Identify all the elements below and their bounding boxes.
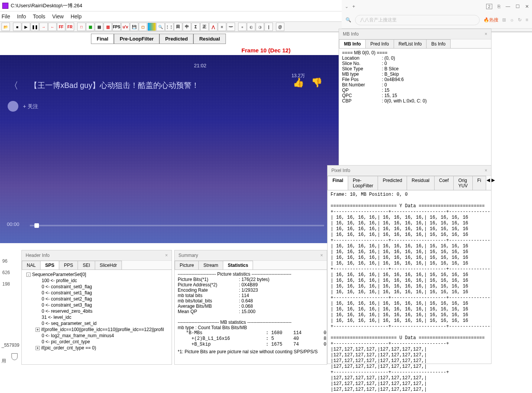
tree-node[interactable]: +if(profile_idc==100||profile_idc==110||…	[25, 326, 169, 333]
tree-node[interactable]: 0 <- reserved_zero_4bits	[25, 308, 169, 314]
tab-picture[interactable]: Picture	[175, 261, 199, 270]
rect-tool[interactable]: □	[77, 23, 86, 31]
tab-sei[interactable]: SEI	[78, 261, 95, 270]
step-back-button[interactable]: ←	[48, 23, 57, 31]
pix-tab-preloop[interactable]: Pre-LoopFilter	[348, 176, 378, 190]
tab-nal[interactable]: NAL	[22, 261, 41, 270]
t3-button[interactable]: 正	[200, 23, 209, 31]
find-button[interactable]: 🔍	[156, 23, 165, 31]
theme-icon[interactable]: ☼	[510, 17, 514, 23]
tab-statistics[interactable]: Statistics	[223, 261, 253, 270]
color-tool[interactable]	[148, 23, 156, 31]
o1-button[interactable]: ●	[238, 23, 247, 31]
at-button[interactable]: @	[276, 23, 284, 31]
pix-tab-residual[interactable]: Residual	[407, 176, 435, 190]
o2-button[interactable]: ◐	[247, 23, 255, 31]
tab-residual[interactable]: Residual	[193, 34, 225, 44]
tree-node[interactable]: 0 <- pic_order_cnt_type	[25, 339, 169, 345]
tab-reflist[interactable]: RefList Info	[394, 39, 427, 48]
o3-button[interactable]: ◑	[256, 23, 264, 31]
pix-tab-origyuv[interactable]: Orig YUV	[453, 176, 473, 190]
tab-bsinfo[interactable]: Bs Info	[426, 39, 450, 48]
sigma-button[interactable]: Σ	[191, 23, 200, 31]
grid-tool[interactable]: ▦	[86, 23, 94, 31]
uv-button[interactable]: u'v	[121, 23, 130, 31]
progress-bar[interactable]	[30, 225, 324, 226]
tree-node[interactable]: 0 <- constraint_set2_flag	[25, 296, 169, 302]
fps-button[interactable]: FPS	[112, 23, 121, 31]
grid2-tool[interactable]: ▤	[95, 23, 103, 31]
tab-predinfo[interactable]: Pred Info	[365, 39, 394, 48]
stop-button[interactable]: ■	[13, 23, 21, 31]
ff-button[interactable]: FF	[57, 23, 65, 31]
progress-handle[interactable]	[34, 223, 39, 228]
close-icon[interactable]: ×	[320, 253, 323, 258]
tree-node[interactable]: 0 <- constraint_set3_flag	[25, 302, 169, 308]
tree-node[interactable]: 0 <- log2_max_frame_num_minus4	[25, 333, 169, 339]
dots-button[interactable]: ⋮⋮	[165, 23, 174, 31]
save-button[interactable]: 💾	[130, 23, 138, 31]
thumb-down-icon[interactable]: 👎	[311, 77, 323, 88]
scroll-left-icon[interactable]: ◀	[486, 176, 491, 190]
hot-search[interactable]: 🔥热搜	[483, 17, 498, 23]
tree-node[interactable]: 0 <- constraint_set1_flag	[25, 290, 169, 296]
menu-icon[interactable]: ≡	[526, 17, 528, 23]
thumb-up-icon[interactable]: 👍	[293, 77, 304, 88]
back-icon[interactable]: 〈	[9, 80, 18, 92]
close-icon[interactable]: ×	[485, 168, 487, 173]
bars-button[interactable]: ≡	[218, 23, 226, 31]
play-button[interactable]: ▶	[22, 23, 30, 31]
scroll-right-icon[interactable]: ▶	[491, 176, 496, 190]
pix-tab-coef[interactable]: Coef	[434, 176, 454, 190]
tab-slicehdr[interactable]: SliceHdr	[95, 261, 122, 270]
pix-tab-final[interactable]: Final	[328, 176, 348, 190]
video-frame[interactable]: 21:02 〈 【王一博xBad guy】心动狙击！酷盖的心动预警！ 13.2万…	[0, 55, 340, 243]
tree-node[interactable]: 31 <- level_idc	[25, 314, 169, 320]
tab-count[interactable]: 2	[486, 4, 492, 9]
tab-preloop[interactable]: Pre-LoopFilter	[114, 34, 159, 44]
browser-close-icon[interactable]: ✕	[525, 4, 529, 9]
tab-predicted[interactable]: Predicted	[159, 34, 193, 44]
refresh-icon[interactable]: ↻	[518, 17, 522, 23]
search-icon[interactable]: 🔍	[345, 17, 351, 23]
shield-icon[interactable]	[11, 353, 18, 360]
extensions-icon[interactable]: ⎘	[498, 4, 500, 9]
t2-button[interactable]: 中	[183, 23, 191, 31]
avatar[interactable]	[8, 101, 18, 112]
pix-tab-fi[interactable]: Fi	[472, 176, 486, 190]
close-icon[interactable]: ×	[165, 253, 168, 258]
menu-help[interactable]: Help	[71, 13, 82, 19]
tab-stream[interactable]: Stream	[198, 261, 223, 270]
menu-file[interactable]: File	[2, 13, 10, 19]
browser-min-icon[interactable]: —	[506, 4, 510, 9]
menu-tools[interactable]: Tools	[33, 13, 45, 19]
tree-node[interactable]: -SequenceParameterSet[0]	[25, 271, 169, 278]
tab-mbinfo[interactable]: MB Info	[339, 39, 366, 48]
new-tab-button[interactable]: +	[352, 4, 355, 9]
hist-button[interactable]: ⋀	[209, 23, 217, 31]
sps-tree[interactable]: -SequenceParameterSet[0]100 <- profile_i…	[22, 270, 172, 352]
tree-node[interactable]: +if(pic_order_cnt_type == 0)	[25, 345, 169, 351]
step-fwd-button[interactable]: →	[39, 23, 48, 31]
tab-chevron-icon[interactable]: ⌄	[345, 4, 349, 9]
close-icon[interactable]: ×	[485, 31, 487, 37]
tree-node[interactable]: 0 <- constraint_set0_flag	[25, 284, 169, 290]
tab-final[interactable]: Final	[91, 34, 114, 44]
bar-button[interactable]: ❘	[264, 23, 273, 31]
tree-node[interactable]: 100 <- profile_idc	[25, 278, 169, 284]
wave-button[interactable]: 〰	[227, 23, 235, 31]
tree-node[interactable]: 0 <- seq_parameter_set_id	[25, 320, 169, 326]
tab-pps[interactable]: PPS	[59, 261, 78, 270]
tab-sps[interactable]: SPS	[40, 261, 59, 270]
crop-tool[interactable]: ◻	[139, 23, 147, 31]
open-icon[interactable]: 📂	[2, 23, 10, 31]
apps-icon[interactable]: ⊞	[502, 17, 506, 23]
t1-button[interactable]: 田	[174, 23, 182, 31]
fr-button[interactable]: FR	[66, 23, 74, 31]
pix-tab-predicted[interactable]: Predicted	[378, 176, 407, 190]
menu-view[interactable]: View	[52, 13, 64, 19]
pause-button[interactable]: ❚❚	[31, 23, 39, 31]
browser-max-icon[interactable]: ☐	[516, 4, 520, 9]
menu-info[interactable]: Info	[17, 13, 26, 19]
follow-button[interactable]: + 关注	[23, 103, 38, 110]
